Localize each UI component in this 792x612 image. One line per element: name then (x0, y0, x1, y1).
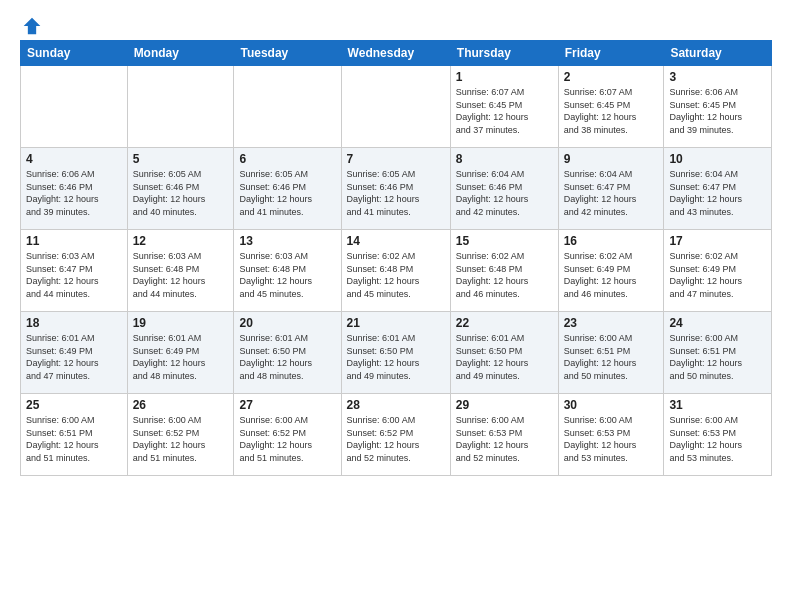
calendar-cell: 10Sunrise: 6:04 AM Sunset: 6:47 PM Dayli… (664, 148, 772, 230)
day-info: Sunrise: 6:00 AM Sunset: 6:53 PM Dayligh… (456, 414, 553, 464)
calendar-week-1: 1Sunrise: 6:07 AM Sunset: 6:45 PM Daylig… (21, 66, 772, 148)
calendar-cell: 1Sunrise: 6:07 AM Sunset: 6:45 PM Daylig… (450, 66, 558, 148)
day-info: Sunrise: 6:00 AM Sunset: 6:51 PM Dayligh… (564, 332, 659, 382)
day-number: 28 (347, 398, 445, 412)
day-number: 1 (456, 70, 553, 84)
calendar-cell: 27Sunrise: 6:00 AM Sunset: 6:52 PM Dayli… (234, 394, 341, 476)
day-number: 4 (26, 152, 122, 166)
calendar-cell: 21Sunrise: 6:01 AM Sunset: 6:50 PM Dayli… (341, 312, 450, 394)
day-info: Sunrise: 6:04 AM Sunset: 6:47 PM Dayligh… (669, 168, 766, 218)
calendar-week-3: 11Sunrise: 6:03 AM Sunset: 6:47 PM Dayli… (21, 230, 772, 312)
page: Sunday Monday Tuesday Wednesday Thursday… (0, 0, 792, 612)
day-number: 22 (456, 316, 553, 330)
day-number: 12 (133, 234, 229, 248)
calendar-cell: 29Sunrise: 6:00 AM Sunset: 6:53 PM Dayli… (450, 394, 558, 476)
day-info: Sunrise: 6:01 AM Sunset: 6:49 PM Dayligh… (26, 332, 122, 382)
logo (20, 16, 42, 32)
day-number: 13 (239, 234, 335, 248)
calendar-cell: 30Sunrise: 6:00 AM Sunset: 6:53 PM Dayli… (558, 394, 664, 476)
calendar-cell: 15Sunrise: 6:02 AM Sunset: 6:48 PM Dayli… (450, 230, 558, 312)
day-info: Sunrise: 6:00 AM Sunset: 6:53 PM Dayligh… (669, 414, 766, 464)
day-number: 17 (669, 234, 766, 248)
calendar-cell: 12Sunrise: 6:03 AM Sunset: 6:48 PM Dayli… (127, 230, 234, 312)
day-info: Sunrise: 6:03 AM Sunset: 6:48 PM Dayligh… (133, 250, 229, 300)
day-number: 21 (347, 316, 445, 330)
calendar-cell: 18Sunrise: 6:01 AM Sunset: 6:49 PM Dayli… (21, 312, 128, 394)
day-info: Sunrise: 6:00 AM Sunset: 6:53 PM Dayligh… (564, 414, 659, 464)
day-info: Sunrise: 6:01 AM Sunset: 6:50 PM Dayligh… (456, 332, 553, 382)
day-info: Sunrise: 6:06 AM Sunset: 6:46 PM Dayligh… (26, 168, 122, 218)
day-info: Sunrise: 6:00 AM Sunset: 6:51 PM Dayligh… (26, 414, 122, 464)
calendar-cell: 17Sunrise: 6:02 AM Sunset: 6:49 PM Dayli… (664, 230, 772, 312)
calendar-week-4: 18Sunrise: 6:01 AM Sunset: 6:49 PM Dayli… (21, 312, 772, 394)
calendar-cell: 23Sunrise: 6:00 AM Sunset: 6:51 PM Dayli… (558, 312, 664, 394)
day-number: 19 (133, 316, 229, 330)
calendar-cell: 13Sunrise: 6:03 AM Sunset: 6:48 PM Dayli… (234, 230, 341, 312)
day-info: Sunrise: 6:00 AM Sunset: 6:52 PM Dayligh… (347, 414, 445, 464)
calendar-cell (21, 66, 128, 148)
weekday-header-row: Sunday Monday Tuesday Wednesday Thursday… (21, 41, 772, 66)
calendar-cell: 22Sunrise: 6:01 AM Sunset: 6:50 PM Dayli… (450, 312, 558, 394)
day-info: Sunrise: 6:00 AM Sunset: 6:52 PM Dayligh… (239, 414, 335, 464)
day-info: Sunrise: 6:02 AM Sunset: 6:48 PM Dayligh… (347, 250, 445, 300)
day-number: 9 (564, 152, 659, 166)
day-number: 25 (26, 398, 122, 412)
calendar-cell: 25Sunrise: 6:00 AM Sunset: 6:51 PM Dayli… (21, 394, 128, 476)
day-number: 24 (669, 316, 766, 330)
calendar-cell: 2Sunrise: 6:07 AM Sunset: 6:45 PM Daylig… (558, 66, 664, 148)
day-number: 31 (669, 398, 766, 412)
day-number: 29 (456, 398, 553, 412)
calendar-cell: 7Sunrise: 6:05 AM Sunset: 6:46 PM Daylig… (341, 148, 450, 230)
day-info: Sunrise: 6:02 AM Sunset: 6:49 PM Dayligh… (564, 250, 659, 300)
day-info: Sunrise: 6:07 AM Sunset: 6:45 PM Dayligh… (564, 86, 659, 136)
day-number: 30 (564, 398, 659, 412)
header-tuesday: Tuesday (234, 41, 341, 66)
calendar-cell: 3Sunrise: 6:06 AM Sunset: 6:45 PM Daylig… (664, 66, 772, 148)
day-number: 3 (669, 70, 766, 84)
day-info: Sunrise: 6:05 AM Sunset: 6:46 PM Dayligh… (347, 168, 445, 218)
day-info: Sunrise: 6:07 AM Sunset: 6:45 PM Dayligh… (456, 86, 553, 136)
calendar-table: Sunday Monday Tuesday Wednesday Thursday… (20, 40, 772, 476)
day-info: Sunrise: 6:06 AM Sunset: 6:45 PM Dayligh… (669, 86, 766, 136)
header-monday: Monday (127, 41, 234, 66)
calendar-cell: 8Sunrise: 6:04 AM Sunset: 6:46 PM Daylig… (450, 148, 558, 230)
calendar-cell: 11Sunrise: 6:03 AM Sunset: 6:47 PM Dayli… (21, 230, 128, 312)
calendar-cell: 20Sunrise: 6:01 AM Sunset: 6:50 PM Dayli… (234, 312, 341, 394)
calendar-cell: 4Sunrise: 6:06 AM Sunset: 6:46 PM Daylig… (21, 148, 128, 230)
calendar-cell (341, 66, 450, 148)
day-number: 8 (456, 152, 553, 166)
day-info: Sunrise: 6:01 AM Sunset: 6:50 PM Dayligh… (347, 332, 445, 382)
calendar-cell (234, 66, 341, 148)
day-number: 26 (133, 398, 229, 412)
day-info: Sunrise: 6:02 AM Sunset: 6:48 PM Dayligh… (456, 250, 553, 300)
day-info: Sunrise: 6:01 AM Sunset: 6:49 PM Dayligh… (133, 332, 229, 382)
logo-icon (22, 16, 42, 36)
calendar-cell: 14Sunrise: 6:02 AM Sunset: 6:48 PM Dayli… (341, 230, 450, 312)
day-number: 16 (564, 234, 659, 248)
day-info: Sunrise: 6:04 AM Sunset: 6:47 PM Dayligh… (564, 168, 659, 218)
header-wednesday: Wednesday (341, 41, 450, 66)
calendar-cell: 19Sunrise: 6:01 AM Sunset: 6:49 PM Dayli… (127, 312, 234, 394)
day-number: 10 (669, 152, 766, 166)
calendar-cell: 5Sunrise: 6:05 AM Sunset: 6:46 PM Daylig… (127, 148, 234, 230)
day-info: Sunrise: 6:03 AM Sunset: 6:47 PM Dayligh… (26, 250, 122, 300)
calendar-cell: 9Sunrise: 6:04 AM Sunset: 6:47 PM Daylig… (558, 148, 664, 230)
day-number: 2 (564, 70, 659, 84)
calendar-cell: 31Sunrise: 6:00 AM Sunset: 6:53 PM Dayli… (664, 394, 772, 476)
day-number: 15 (456, 234, 553, 248)
day-number: 7 (347, 152, 445, 166)
day-info: Sunrise: 6:05 AM Sunset: 6:46 PM Dayligh… (133, 168, 229, 218)
calendar-cell: 6Sunrise: 6:05 AM Sunset: 6:46 PM Daylig… (234, 148, 341, 230)
day-info: Sunrise: 6:00 AM Sunset: 6:51 PM Dayligh… (669, 332, 766, 382)
calendar-cell: 26Sunrise: 6:00 AM Sunset: 6:52 PM Dayli… (127, 394, 234, 476)
calendar-cell: 16Sunrise: 6:02 AM Sunset: 6:49 PM Dayli… (558, 230, 664, 312)
calendar-cell: 24Sunrise: 6:00 AM Sunset: 6:51 PM Dayli… (664, 312, 772, 394)
day-number: 18 (26, 316, 122, 330)
day-info: Sunrise: 6:04 AM Sunset: 6:46 PM Dayligh… (456, 168, 553, 218)
calendar-cell: 28Sunrise: 6:00 AM Sunset: 6:52 PM Dayli… (341, 394, 450, 476)
day-info: Sunrise: 6:02 AM Sunset: 6:49 PM Dayligh… (669, 250, 766, 300)
day-number: 20 (239, 316, 335, 330)
day-number: 14 (347, 234, 445, 248)
header-friday: Friday (558, 41, 664, 66)
day-info: Sunrise: 6:03 AM Sunset: 6:48 PM Dayligh… (239, 250, 335, 300)
